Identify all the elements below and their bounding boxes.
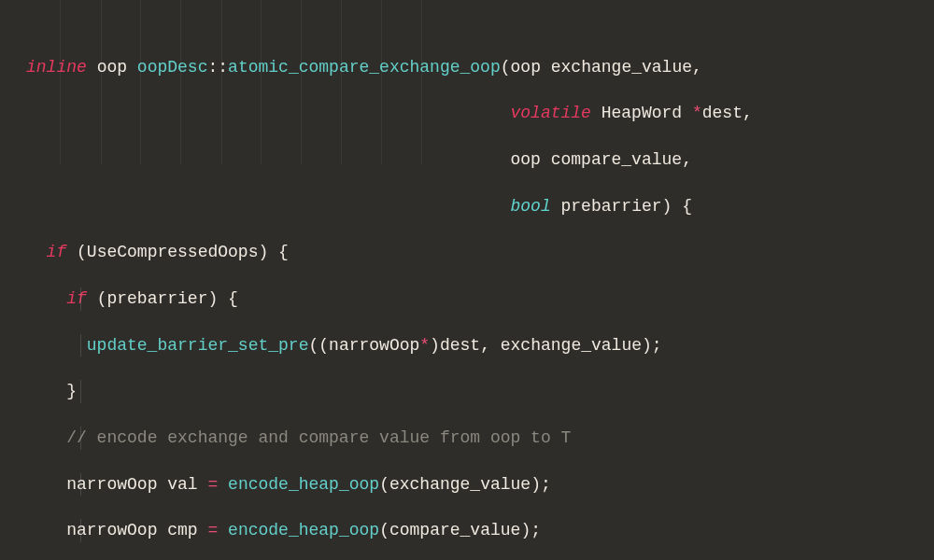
code-line-4: bool prebarrier) { xyxy=(26,195,921,218)
code-line-10: narrowOop val = encode_heap_oop(exchange… xyxy=(26,473,921,497)
code-block: inline oop oopDesc::atomic_compare_excha… xyxy=(0,0,934,560)
code-line-9: // encode exchange and compare value fro… xyxy=(26,427,921,450)
code-line-1: inline oop oopDesc::atomic_compare_excha… xyxy=(26,56,921,79)
code-line-5: if (UseCompressedOops) { xyxy=(26,241,921,264)
code-line-8: } xyxy=(26,380,921,403)
code-line-11: narrowOop cmp = encode_heap_oop(compare_… xyxy=(26,519,921,542)
code-line-7: update_barrier_set_pre((narrowOop*)dest,… xyxy=(26,334,921,357)
indent-guides xyxy=(0,0,934,164)
code-line-6: if (prebarrier) { xyxy=(26,287,921,311)
code-line-3: oop compare_value, xyxy=(26,148,921,172)
code-line-2: volatile HeapWord *dest, xyxy=(26,102,921,125)
